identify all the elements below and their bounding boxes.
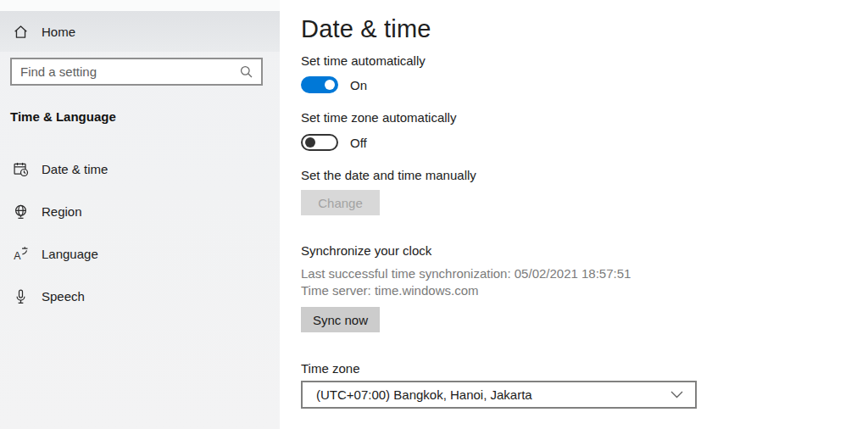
toggle-state-text: Off — [350, 136, 367, 150]
time-zone-selected-value: (UTC+07:00) Bangkok, Hanoi, Jakarta — [316, 387, 532, 402]
sidebar-item-region[interactable]: Region — [0, 190, 280, 232]
set-time-zone-automatically-row: Off — [301, 134, 367, 151]
page-title: Date & time — [301, 15, 431, 43]
globe-icon — [13, 203, 29, 220]
calendar-clock-icon — [13, 161, 29, 177]
set-time-zone-automatically-toggle[interactable] — [301, 134, 338, 151]
home-label: Home — [42, 25, 75, 39]
sidebar-home-button[interactable]: Home — [0, 14, 280, 48]
sidebar-item-language[interactable]: A Language — [0, 232, 280, 275]
sidebar-item-label: Date & time — [42, 162, 108, 176]
sidebar-item-date-time[interactable]: Date & time — [0, 148, 280, 190]
toggle-knob — [325, 80, 335, 90]
sidebar-section-title: Time & Language — [10, 109, 116, 124]
search-input[interactable] — [12, 64, 239, 79]
change-button[interactable]: Change — [301, 190, 380, 215]
home-icon — [13, 24, 29, 40]
sidebar-item-label: Language — [42, 247, 98, 261]
settings-sidebar: Home Time & Language Date & time — [0, 0, 280, 429]
set-time-zone-automatically-label: Set time zone automatically — [301, 110, 456, 125]
sidebar-nav: Date & time Region A Language — [0, 148, 280, 317]
search-box[interactable] — [10, 58, 263, 86]
sidebar-item-label: Region — [42, 204, 82, 219]
svg-text:A: A — [14, 250, 21, 262]
set-time-automatically-toggle[interactable] — [301, 76, 338, 93]
time-server-text: Time server: time.windows.com — [301, 283, 479, 298]
time-zone-dropdown[interactable]: (UTC+07:00) Bangkok, Hanoi, Jakarta — [301, 381, 697, 409]
time-zone-label: Time zone — [301, 361, 359, 376]
synchronize-clock-heading: Synchronize your clock — [301, 243, 431, 258]
sync-now-button[interactable]: Sync now — [301, 307, 380, 332]
toggle-knob — [305, 137, 315, 148]
set-time-automatically-label: Set time automatically — [301, 53, 426, 68]
date-time-settings-panel: Date & time Set time automatically On Se… — [280, 0, 868, 429]
last-sync-text: Last successful time synchronization: 05… — [301, 266, 631, 281]
chevron-down-icon — [670, 391, 683, 398]
set-time-automatically-row: On — [301, 76, 367, 93]
sidebar-top-strip — [0, 0, 280, 11]
set-date-time-manually-label: Set the date and time manually — [301, 168, 476, 182]
microphone-icon — [13, 288, 29, 304]
sidebar-item-label: Speech — [42, 289, 85, 304]
search-icon[interactable] — [239, 64, 253, 79]
toggle-state-text: On — [350, 78, 367, 92]
language-icon: A — [13, 246, 29, 262]
sidebar-item-speech[interactable]: Speech — [0, 275, 280, 317]
